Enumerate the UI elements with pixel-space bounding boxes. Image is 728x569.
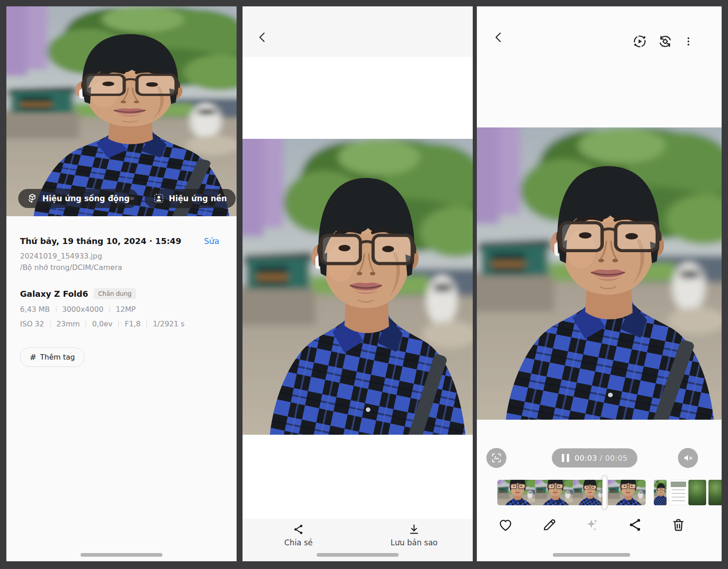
pencil-icon[interactable]	[541, 517, 557, 533]
iso-value: ISO 32	[20, 320, 44, 328]
background-effect-button[interactable]: Hiệu ứng nền	[145, 189, 236, 208]
share-button[interactable]: Chia sẻ	[267, 523, 330, 547]
save-copy-label: Lưu bản sao	[382, 538, 446, 547]
background-effect-label: Hiệu ứng nền	[169, 194, 227, 203]
person-dotted-icon	[153, 193, 164, 204]
panel-photo-details: Hiệu ứng sống động Hiệu ứng nền	[6, 6, 237, 561]
live-effect-label: Hiệu ứng sống động	[42, 194, 130, 203]
home-indicator	[317, 553, 399, 557]
cube-3d-icon	[27, 193, 38, 204]
share-icon[interactable]	[627, 517, 643, 533]
gallery-thumbnail[interactable]	[708, 480, 722, 505]
panel-video-viewer: 00:03 / 00:05	[477, 6, 722, 561]
filmstrip-frame[interactable]	[497, 480, 535, 505]
portrait-photo	[477, 127, 722, 420]
add-tag-button[interactable]: # Thêm tag	[20, 347, 85, 367]
panel-photo-viewer: Chia sẻ Lưu bản sao	[243, 6, 473, 561]
portrait-photo	[243, 139, 473, 435]
photo-fullscreen[interactable]	[243, 139, 473, 435]
photo-date: Thứ bảy, 19 tháng 10, 2024 · 15:49	[20, 236, 181, 246]
time-display: 00:03 / 00:05	[575, 454, 627, 462]
filmstrip-frame[interactable]	[573, 480, 605, 505]
rotate-icon[interactable]	[657, 34, 673, 49]
filmstrip-frame[interactable]	[535, 480, 573, 505]
sparkle-icon[interactable]	[584, 517, 600, 533]
heart-icon[interactable]	[498, 517, 513, 533]
playback-pill: 00:03 / 00:05	[552, 448, 637, 467]
total-time: 00:05	[605, 454, 628, 462]
camera-spec-row: ISO 32 23mm 0,0ev F1,8 1/2921 s	[20, 320, 223, 328]
file-spec-row: 6,43 MB 3000x4000 12MP	[20, 305, 223, 314]
file-path: /Bộ nhớ trong/DCIM/Camera	[20, 263, 223, 272]
home-indicator	[553, 553, 630, 557]
exposure-value: 0,0ev	[92, 320, 112, 328]
file-size: 6,43 MB	[20, 305, 50, 314]
aperture: F1,8	[125, 320, 141, 328]
share-label: Chia sẻ	[267, 538, 330, 547]
pause-button[interactable]	[562, 454, 569, 462]
live-effect-button[interactable]: Hiệu ứng sống động	[18, 189, 138, 208]
back-icon[interactable]	[256, 31, 269, 44]
filmstrip-frame[interactable]	[608, 480, 646, 505]
screenshot-canvas: Hiệu ứng sống động Hiệu ứng nền	[0, 0, 728, 569]
back-icon[interactable]	[492, 31, 505, 44]
share-icon	[293, 523, 304, 535]
hash-icon: #	[30, 352, 36, 362]
kebab-menu-icon[interactable]	[683, 34, 694, 49]
home-indicator	[81, 553, 162, 557]
gallery-thumbnail[interactable]	[688, 480, 706, 505]
video-frame-view[interactable]	[477, 127, 722, 420]
trash-icon[interactable]	[671, 517, 686, 533]
capture-frame-button[interactable]	[486, 448, 506, 468]
download-icon	[408, 523, 420, 535]
capture-frame-icon	[490, 452, 502, 464]
photo-info-section: Thứ bảy, 19 tháng 10, 2024 · 15:49 Sửa 2…	[6, 216, 237, 367]
viewer-top-bar	[243, 6, 473, 57]
portrait-mode-badge: Chân dung	[94, 288, 136, 299]
save-copy-button[interactable]: Lưu bản sao	[382, 523, 446, 547]
filmstrip-scrubber[interactable]	[602, 476, 607, 509]
megapixels: 12MP	[116, 305, 136, 314]
resolution: 3000x4000	[62, 305, 104, 314]
photo-effect-buttons: Hiệu ứng sống động Hiệu ứng nền	[18, 189, 237, 208]
mute-icon	[682, 452, 693, 463]
gallery-thumbnail[interactable]	[654, 480, 667, 505]
device-name: Galaxy Z Fold6	[20, 289, 88, 299]
edit-link[interactable]: Sửa	[204, 236, 219, 246]
motion-photo-icon[interactable]	[632, 34, 647, 49]
photo-preview[interactable]: Hiệu ứng sống động Hiệu ứng nền	[6, 6, 237, 216]
file-name: 20241019_154933.jpg	[20, 252, 223, 260]
video-filmstrip	[477, 480, 722, 505]
mute-button[interactable]	[678, 448, 698, 468]
current-time: 00:03	[575, 454, 597, 462]
shutter-speed: 1/2921 s	[153, 320, 185, 328]
focal-length: 23mm	[56, 320, 80, 328]
add-tag-label: Thêm tag	[40, 353, 75, 361]
gallery-thumbnail[interactable]	[669, 480, 688, 505]
portrait-photo	[6, 6, 237, 216]
